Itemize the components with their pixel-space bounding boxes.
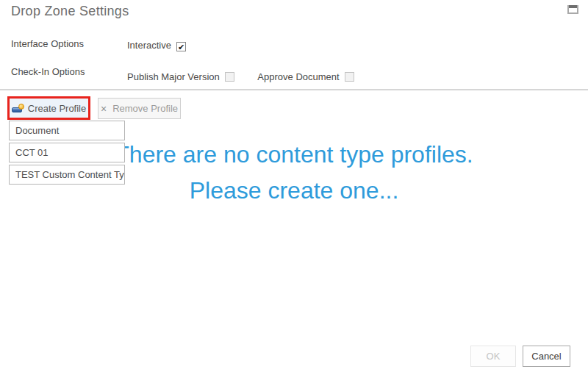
section-divider xyxy=(0,89,588,90)
publish-major-version-checkbox[interactable] xyxy=(225,72,234,82)
remove-profile-label: Remove Profile xyxy=(112,103,178,114)
publish-major-version-label: Publish Major Version xyxy=(127,71,220,82)
create-profile-icon xyxy=(12,104,24,113)
cancel-button[interactable]: Cancel xyxy=(523,346,570,367)
remove-icon: × xyxy=(101,103,107,115)
remove-profile-button[interactable]: × Remove Profile xyxy=(98,98,181,119)
approve-document-label: Approve Document xyxy=(257,71,339,82)
create-profile-button[interactable]: Create Profile xyxy=(7,96,90,120)
dropdown-item-document[interactable]: Document xyxy=(9,121,125,140)
interactive-label: Interactive xyxy=(127,40,171,51)
create-profile-label: Create Profile xyxy=(28,103,86,114)
dropdown-item-test-custom-content-type[interactable]: TEST Custom Content Type xyxy=(9,165,125,185)
ok-button[interactable]: OK xyxy=(470,346,516,367)
publish-major-version-field: Publish Major Version xyxy=(127,71,234,82)
content-type-dropdown: Document CCT 01 TEST Custom Content Type xyxy=(9,121,125,187)
approve-document-field: Approve Document xyxy=(257,71,354,82)
checkin-options-label: Check-In Options xyxy=(11,66,85,77)
interactive-field: Interactive✔ xyxy=(127,40,186,51)
check-icon: ✔ xyxy=(178,43,184,51)
ok-button-label: OK xyxy=(487,351,501,362)
interactive-checkbox[interactable]: ✔ xyxy=(176,42,186,51)
maximize-icon[interactable] xyxy=(567,5,578,14)
interface-options-label: Interface Options xyxy=(11,38,84,49)
cancel-button-label: Cancel xyxy=(531,351,561,362)
page-title: Drop Zone Settings xyxy=(11,4,129,19)
approve-document-checkbox[interactable] xyxy=(345,72,354,82)
drop-zone-settings-dialog: Drop Zone Settings Interface Options Int… xyxy=(0,0,588,372)
dropdown-item-cct-01[interactable]: CCT 01 xyxy=(9,143,125,162)
